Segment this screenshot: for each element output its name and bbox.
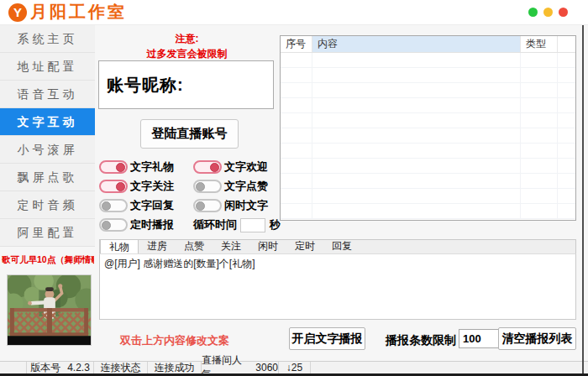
table-cell	[521, 204, 558, 218]
table-cell	[558, 159, 575, 173]
version-value: 4.2.3	[67, 362, 90, 373]
toggle-switch[interactable]	[99, 218, 128, 232]
table-cell	[281, 68, 312, 82]
toggle-knob	[102, 201, 111, 211]
start-text-broadcast-button[interactable]: 开启文字播报	[289, 327, 365, 350]
sidebar-item[interactable]: 文字互动	[0, 108, 95, 136]
table-cell	[281, 113, 312, 128]
sidebar-item[interactable]: 地址配置	[0, 53, 95, 81]
table-row[interactable]	[281, 144, 575, 159]
phrase-tab[interactable]: 关注	[213, 239, 249, 253]
column-header-content[interactable]: 内容	[312, 36, 521, 52]
phrase-tabstrip: 礼物进房点赞关注闲时定时回复	[99, 239, 576, 253]
sidebar-item[interactable]: 语音互动	[0, 81, 95, 108]
phrase-tab[interactable]: 礼物	[100, 239, 139, 253]
toggle-switch[interactable]	[193, 160, 222, 174]
status-pad	[0, 362, 27, 373]
toggle-switch[interactable]	[193, 199, 222, 212]
column-header-type[interactable]: 类型	[521, 36, 558, 52]
broadcast-limit-input[interactable]	[459, 329, 499, 348]
phrase-tab[interactable]: 回复	[323, 239, 360, 253]
table-cell	[312, 83, 521, 97]
app-window: Y 月阳工作室 系统主页地址配置语音互动文字互动小号滚屏飘屏点歌定时音频阿里配置…	[0, 0, 588, 376]
status-conn-value: 连接成功	[148, 362, 202, 373]
broadcast-table: 序号 内容 类型	[280, 35, 576, 221]
clear-broadcast-list-button[interactable]: 清空播报列表	[498, 327, 576, 350]
table-cell	[558, 68, 575, 82]
notice-title: 注意:	[97, 32, 277, 46]
edit-hint-text: 双击上方内容修改文案	[120, 333, 229, 348]
toggle-row: 文字回复	[99, 196, 193, 215]
table-cell	[558, 128, 575, 143]
restore-light-yellow[interactable]	[543, 8, 553, 17]
popularity-label: 直播间人气	[202, 353, 248, 376]
table-cell	[281, 83, 312, 97]
table-cell	[521, 98, 558, 112]
loop-time-group: 循环时间 秒	[193, 216, 289, 234]
table-header: 序号 内容 类型	[281, 36, 575, 53]
loop-time-label: 循环时间	[193, 217, 237, 232]
sidebar-item[interactable]: 定时音频	[0, 191, 95, 219]
toggle-knob	[196, 201, 205, 211]
sidebar-item[interactable]: 阿里配置	[0, 219, 95, 247]
table-row[interactable]	[281, 113, 575, 128]
status-version: 版本号 4.2.3	[27, 362, 94, 373]
toggle-knob	[116, 163, 125, 172]
toggle-label: 文字欢迎	[224, 159, 268, 175]
column-header-seq[interactable]: 序号	[281, 36, 312, 52]
table-row[interactable]	[281, 83, 575, 98]
sidebar-item[interactable]: 系统主页	[0, 25, 95, 53]
table-cell	[521, 174, 558, 188]
sidebar: 系统主页地址配置语音互动文字互动小号滚屏飘屏点歌定时音频阿里配置	[0, 25, 95, 247]
phrase-content[interactable]: @[用户] 感谢赠送的[数量]个[礼物]	[99, 253, 576, 320]
toggle-row: 文字欢迎	[193, 158, 289, 176]
loop-time-input[interactable]	[240, 218, 265, 232]
phrase-tab[interactable]: 点赞	[176, 239, 213, 253]
table-row[interactable]	[281, 159, 575, 174]
toggle-row: 文字礼物	[99, 158, 193, 176]
toggle-grid: 文字礼物文字欢迎文字关注文字点赞文字回复闲时文字定时播报 循环时间 秒	[99, 158, 289, 234]
toggle-switch[interactable]	[99, 180, 128, 193]
sidebar-item[interactable]: 小号滚屏	[0, 136, 95, 164]
table-cell	[558, 83, 575, 97]
table-cell	[312, 98, 521, 112]
phrase-tab[interactable]: 进房	[139, 239, 176, 253]
close-light-red[interactable]	[559, 8, 568, 17]
table-cell	[521, 68, 558, 82]
toggle-switch[interactable]	[99, 199, 128, 212]
status-bar: 版本号 4.2.3 连接状态 连接成功 直播间人气 3060 ↓25	[0, 361, 588, 373]
table-cell	[521, 144, 558, 158]
table-cell	[281, 53, 312, 67]
table-cell	[281, 159, 312, 173]
table-cell	[312, 128, 521, 143]
table-cell	[281, 189, 312, 203]
table-cell	[521, 189, 558, 203]
phrase-tab[interactable]: 闲时	[249, 239, 286, 253]
toggle-knob	[210, 163, 219, 172]
table-row[interactable]	[281, 68, 575, 83]
table-cell	[281, 174, 312, 188]
video-preview	[7, 274, 92, 346]
table-cell	[521, 113, 558, 128]
phrase-tab[interactable]: 定时	[286, 239, 323, 253]
login-live-account-button[interactable]: 登陆直播账号	[140, 119, 239, 149]
minimize-light-green[interactable]	[528, 8, 538, 17]
table-row[interactable]	[281, 53, 575, 68]
toggle-knob	[116, 182, 125, 191]
table-row[interactable]	[281, 98, 575, 113]
table-cell	[281, 144, 312, 158]
toggle-row: 文字点赞	[193, 177, 289, 196]
table-row[interactable]	[281, 128, 575, 144]
toggle-switch[interactable]	[99, 160, 128, 174]
table-cell	[558, 174, 575, 188]
toggle-switch[interactable]	[193, 180, 222, 193]
popularity-value: 3060	[255, 362, 278, 373]
table-cell	[558, 98, 575, 112]
table-cell	[312, 159, 521, 173]
table-cell	[558, 189, 575, 203]
sidebar-item[interactable]: 飘屏点歌	[0, 164, 95, 191]
table-row[interactable]	[281, 174, 575, 189]
table-row[interactable]	[281, 189, 575, 204]
table-cell	[521, 159, 558, 173]
table-row[interactable]	[281, 204, 575, 219]
